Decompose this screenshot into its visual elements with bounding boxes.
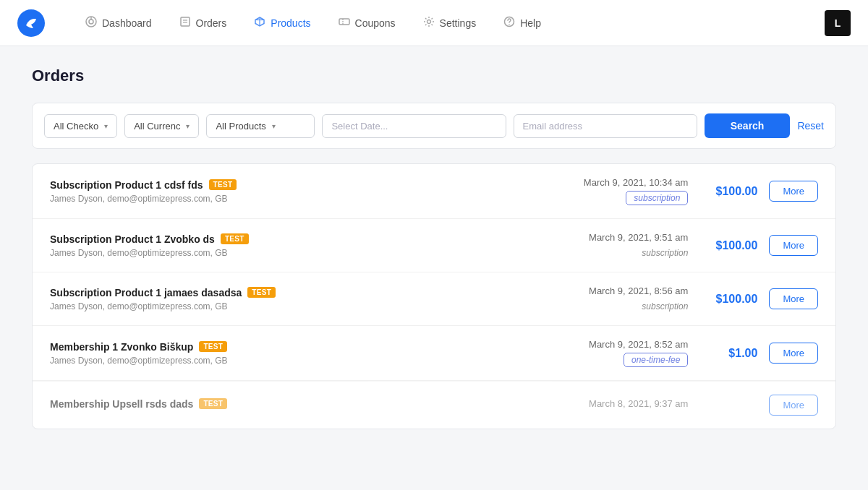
- order-date-col: March 9, 2021, 8:52 am one-time-fee: [558, 339, 688, 367]
- more-button[interactable]: More: [769, 288, 818, 309]
- date-input[interactable]: [322, 114, 506, 138]
- nav-dashboard-label: Dashboard: [102, 17, 152, 29]
- order-name-line: Subscription Product 1 jamaes dasadsa TE…: [50, 287, 546, 298]
- nav-items: Dashboard Orders Products Coupons Settin…: [74, 10, 825, 36]
- currency-chevron-icon: ▾: [186, 122, 190, 130]
- order-date: March 9, 2021, 10:34 am: [558, 177, 688, 188]
- order-type-badge: subscription: [626, 191, 688, 205]
- order-date: March 9, 2021, 8:56 am: [558, 285, 688, 296]
- order-info: Subscription Product 1 jamaes dasadsa TE…: [50, 287, 546, 311]
- more-button[interactable]: More: [769, 395, 818, 416]
- test-badge: TEST: [247, 287, 276, 298]
- nav-right: L: [825, 10, 851, 36]
- nav-help[interactable]: Help: [492, 10, 553, 36]
- order-row: Subscription Product 1 jamaes dasadsa TE…: [33, 272, 835, 326]
- page-title: Orders: [32, 66, 836, 85]
- coupons-icon: [339, 16, 350, 30]
- email-input[interactable]: [514, 114, 697, 138]
- currency-filter[interactable]: All Currenc ▾: [124, 114, 199, 138]
- svg-point-11: [427, 20, 430, 23]
- order-type-badge: one-time-fee: [624, 353, 688, 367]
- test-badge: TEST: [209, 179, 237, 190]
- order-date: March 9, 2021, 8:52 am: [558, 339, 688, 350]
- test-badge: TEST: [221, 233, 249, 244]
- order-info: Subscription Product 1 Zvobko ds TEST Ja…: [50, 233, 546, 258]
- reset-link[interactable]: Reset: [797, 120, 824, 132]
- order-row: Subscription Product 1 cdsf fds TEST Jam…: [33, 164, 835, 219]
- order-amount: $100.00: [699, 293, 757, 306]
- svg-point-2: [89, 20, 93, 24]
- order-meta: James Dyson, demo@optimizepress.com, GB: [50, 248, 546, 258]
- svg-rect-4: [181, 17, 190, 26]
- orders-list: Subscription Product 1 cdsf fds TEST Jam…: [32, 163, 836, 429]
- filter-bar: All Checko ▾ All Currenc ▾ All Products …: [32, 103, 836, 149]
- nav-coupons[interactable]: Coupons: [327, 10, 407, 36]
- order-name-line: Subscription Product 1 cdsf fds TEST: [50, 179, 546, 191]
- logo[interactable]: [17, 9, 45, 37]
- order-name: Subscription Product 1 jamaes dasadsa: [50, 287, 242, 298]
- order-type-label: subscription: [642, 248, 688, 258]
- order-row: Membership Upsell rsds dads TEST March 8…: [33, 381, 835, 429]
- order-name-line: Membership Upsell rsds dads TEST: [50, 398, 546, 410]
- more-button[interactable]: More: [769, 343, 818, 364]
- order-name: Membership Upsell rsds dads: [50, 398, 193, 410]
- nav-coupons-label: Coupons: [355, 17, 396, 29]
- order-date: March 8, 2021, 9:37 am: [558, 398, 688, 409]
- order-name: Subscription Product 1 cdsf fds: [50, 179, 203, 191]
- checkout-filter-label: All Checko: [54, 121, 98, 132]
- nav-products-label: Products: [271, 17, 310, 29]
- search-button[interactable]: Search: [705, 113, 791, 138]
- order-info: Membership 1 Zvonko Biškup TEST James Dy…: [50, 341, 546, 366]
- order-type-label: subscription: [642, 301, 688, 311]
- more-button[interactable]: More: [769, 181, 818, 202]
- more-button[interactable]: More: [769, 235, 818, 256]
- order-amount: $100.00: [699, 239, 757, 252]
- order-date-col: March 8, 2021, 9:37 am: [558, 398, 688, 412]
- order-name-line: Subscription Product 1 Zvobko ds TEST: [50, 233, 546, 245]
- order-amount: $1.00: [699, 347, 757, 360]
- test-badge: TEST: [199, 398, 227, 409]
- nav-dashboard[interactable]: Dashboard: [74, 10, 163, 36]
- user-avatar-button[interactable]: L: [825, 10, 851, 36]
- nav-orders[interactable]: Orders: [168, 10, 239, 36]
- order-date-col: March 9, 2021, 8:56 am subscription: [558, 285, 688, 312]
- svg-point-0: [33, 19, 35, 22]
- main-content: Orders All Checko ▾ All Currenc ▾ All Pr…: [14, 46, 854, 450]
- help-icon: [503, 16, 515, 30]
- products-icon: [254, 16, 265, 30]
- order-info: Membership Upsell rsds dads TEST: [50, 398, 546, 413]
- settings-icon: [423, 16, 435, 30]
- order-amount: $100.00: [699, 185, 757, 198]
- order-name: Subscription Product 1 Zvobko ds: [50, 233, 215, 245]
- order-name: Membership 1 Zvonko Biškup: [50, 341, 193, 353]
- order-row: Subscription Product 1 Zvobko ds TEST Ja…: [33, 219, 835, 272]
- order-info: Subscription Product 1 cdsf fds TEST Jam…: [50, 179, 546, 204]
- order-meta: James Dyson, demo@optimizepress.com, GB: [50, 301, 546, 311]
- currency-filter-label: All Currenc: [134, 121, 180, 132]
- products-filter[interactable]: All Products ▾: [206, 114, 315, 138]
- dashboard-icon: [85, 16, 97, 30]
- navbar: Dashboard Orders Products Coupons Settin…: [0, 0, 868, 46]
- order-meta: James Dyson, demo@optimizepress.com, GB: [50, 194, 546, 204]
- order-date: March 9, 2021, 9:51 am: [558, 232, 688, 243]
- products-chevron-icon: ▾: [272, 122, 276, 130]
- checkout-filter[interactable]: All Checko ▾: [44, 114, 117, 138]
- nav-products[interactable]: Products: [242, 10, 322, 36]
- nav-settings-label: Settings: [440, 17, 477, 29]
- orders-icon: [179, 16, 191, 30]
- order-date-col: March 9, 2021, 10:34 am subscription: [558, 177, 688, 205]
- nav-help-label: Help: [520, 17, 541, 29]
- order-row: Membership 1 Zvonko Biškup TEST James Dy…: [33, 326, 835, 381]
- nav-settings[interactable]: Settings: [412, 10, 488, 36]
- checkout-chevron-icon: ▾: [104, 122, 108, 130]
- nav-orders-label: Orders: [196, 17, 227, 29]
- svg-rect-9: [339, 19, 349, 25]
- order-name-line: Membership 1 Zvonko Biškup TEST: [50, 341, 546, 353]
- order-date-col: March 9, 2021, 9:51 am subscription: [558, 232, 688, 259]
- test-badge: TEST: [199, 341, 227, 352]
- svg-point-13: [509, 24, 510, 25]
- logo-icon: [17, 9, 45, 37]
- order-meta: James Dyson, demo@optimizepress.com, GB: [50, 356, 546, 366]
- products-filter-label: All Products: [216, 121, 265, 132]
